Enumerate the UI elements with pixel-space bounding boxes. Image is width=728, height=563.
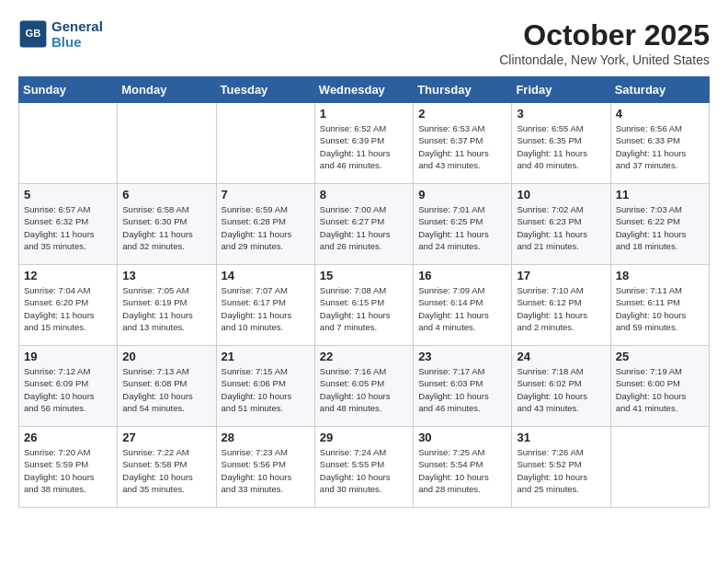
day-number: 11 <box>616 188 704 201</box>
day-info: Sunrise: 7:22 AM Sunset: 5:58 PM Dayligh… <box>122 446 210 495</box>
day-number: 25 <box>616 350 704 363</box>
day-cell: 30Sunrise: 7:25 AM Sunset: 5:54 PM Dayli… <box>414 427 512 508</box>
day-info: Sunrise: 6:53 AM Sunset: 6:37 PM Dayligh… <box>418 122 506 171</box>
day-number: 23 <box>418 350 506 363</box>
day-number: 17 <box>517 269 605 282</box>
day-number: 6 <box>122 188 210 201</box>
day-info: Sunrise: 7:24 AM Sunset: 5:55 PM Dayligh… <box>320 446 408 495</box>
day-info: Sunrise: 7:12 AM Sunset: 6:09 PM Dayligh… <box>24 365 112 414</box>
day-info: Sunrise: 7:04 AM Sunset: 6:20 PM Dayligh… <box>24 284 112 333</box>
day-info: Sunrise: 6:56 AM Sunset: 6:33 PM Dayligh… <box>616 122 704 171</box>
day-info: Sunrise: 6:58 AM Sunset: 6:30 PM Dayligh… <box>122 203 210 252</box>
day-cell <box>118 103 216 184</box>
calendar: SundayMondayTuesdayWednesdayThursdayFrid… <box>18 76 710 508</box>
day-info: Sunrise: 6:59 AM Sunset: 6:28 PM Dayligh… <box>222 203 310 252</box>
day-number: 19 <box>24 350 112 363</box>
day-cell: 20Sunrise: 7:13 AM Sunset: 6:08 PM Dayli… <box>118 346 216 427</box>
week-row-3: 12Sunrise: 7:04 AM Sunset: 6:20 PM Dayli… <box>19 265 710 346</box>
day-info: Sunrise: 7:09 AM Sunset: 6:14 PM Dayligh… <box>418 284 506 333</box>
day-info: Sunrise: 7:01 AM Sunset: 6:25 PM Dayligh… <box>418 203 506 252</box>
day-info: Sunrise: 7:05 AM Sunset: 6:19 PM Dayligh… <box>122 284 210 333</box>
day-number: 9 <box>418 188 506 201</box>
weekday-header-tuesday: Tuesday <box>216 77 314 103</box>
day-cell: 15Sunrise: 7:08 AM Sunset: 6:15 PM Dayli… <box>314 265 413 346</box>
logo-line2: Blue <box>51 34 103 50</box>
logo-line1: General <box>51 18 103 34</box>
day-number: 8 <box>320 188 408 201</box>
week-row-4: 19Sunrise: 7:12 AM Sunset: 6:09 PM Dayli… <box>19 346 710 427</box>
day-number: 13 <box>122 269 210 282</box>
day-info: Sunrise: 7:19 AM Sunset: 6:00 PM Dayligh… <box>616 365 704 414</box>
day-cell: 26Sunrise: 7:20 AM Sunset: 5:59 PM Dayli… <box>19 427 118 508</box>
day-cell <box>216 103 314 184</box>
day-cell: 27Sunrise: 7:22 AM Sunset: 5:58 PM Dayli… <box>118 427 216 508</box>
weekday-header-row: SundayMondayTuesdayWednesdayThursdayFrid… <box>19 77 710 103</box>
page-header: GB General Blue October 2025 Clintondale… <box>18 18 710 67</box>
day-cell: 31Sunrise: 7:26 AM Sunset: 5:52 PM Dayli… <box>512 427 610 508</box>
day-info: Sunrise: 6:55 AM Sunset: 6:35 PM Dayligh… <box>517 122 605 171</box>
day-number: 29 <box>320 431 408 444</box>
day-number: 21 <box>222 350 310 363</box>
day-info: Sunrise: 7:17 AM Sunset: 6:03 PM Dayligh… <box>418 365 506 414</box>
weekday-header-sunday: Sunday <box>19 77 118 103</box>
day-number: 28 <box>222 431 310 444</box>
day-number: 14 <box>222 269 310 282</box>
day-cell: 16Sunrise: 7:09 AM Sunset: 6:14 PM Dayli… <box>414 265 512 346</box>
day-info: Sunrise: 7:20 AM Sunset: 5:59 PM Dayligh… <box>24 446 112 495</box>
logo: GB General Blue <box>18 18 103 50</box>
day-number: 4 <box>616 107 704 121</box>
day-info: Sunrise: 7:02 AM Sunset: 6:23 PM Dayligh… <box>517 203 605 252</box>
logo-icon: GB <box>18 19 48 49</box>
day-cell: 2Sunrise: 6:53 AM Sunset: 6:37 PM Daylig… <box>414 103 512 184</box>
day-info: Sunrise: 6:57 AM Sunset: 6:32 PM Dayligh… <box>24 203 112 252</box>
day-cell: 5Sunrise: 6:57 AM Sunset: 6:32 PM Daylig… <box>19 184 118 265</box>
day-number: 24 <box>517 350 605 363</box>
day-cell <box>19 103 118 184</box>
svg-text:GB: GB <box>26 28 41 39</box>
day-number: 26 <box>24 431 112 444</box>
title-block: October 2025 Clintondale, New York, Unit… <box>499 18 710 67</box>
day-info: Sunrise: 7:26 AM Sunset: 5:52 PM Dayligh… <box>517 446 605 495</box>
day-cell: 29Sunrise: 7:24 AM Sunset: 5:55 PM Dayli… <box>314 427 413 508</box>
day-cell: 21Sunrise: 7:15 AM Sunset: 6:06 PM Dayli… <box>216 346 314 427</box>
day-cell: 12Sunrise: 7:04 AM Sunset: 6:20 PM Dayli… <box>19 265 118 346</box>
day-number: 12 <box>24 269 112 282</box>
day-info: Sunrise: 7:11 AM Sunset: 6:11 PM Dayligh… <box>616 284 704 333</box>
day-number: 3 <box>517 107 605 121</box>
day-info: Sunrise: 7:07 AM Sunset: 6:17 PM Dayligh… <box>222 284 310 333</box>
day-info: Sunrise: 7:16 AM Sunset: 6:05 PM Dayligh… <box>320 365 408 414</box>
day-cell: 23Sunrise: 7:17 AM Sunset: 6:03 PM Dayli… <box>414 346 512 427</box>
day-cell: 19Sunrise: 7:12 AM Sunset: 6:09 PM Dayli… <box>19 346 118 427</box>
day-cell: 7Sunrise: 6:59 AM Sunset: 6:28 PM Daylig… <box>216 184 314 265</box>
day-number: 2 <box>418 107 506 121</box>
day-cell: 11Sunrise: 7:03 AM Sunset: 6:22 PM Dayli… <box>610 184 709 265</box>
day-number: 7 <box>222 188 310 201</box>
day-info: Sunrise: 7:15 AM Sunset: 6:06 PM Dayligh… <box>222 365 310 414</box>
week-row-5: 26Sunrise: 7:20 AM Sunset: 5:59 PM Dayli… <box>19 427 710 508</box>
day-cell: 14Sunrise: 7:07 AM Sunset: 6:17 PM Dayli… <box>216 265 314 346</box>
day-info: Sunrise: 7:00 AM Sunset: 6:27 PM Dayligh… <box>320 203 408 252</box>
weekday-header-saturday: Saturday <box>610 77 709 103</box>
day-cell: 17Sunrise: 7:10 AM Sunset: 6:12 PM Dayli… <box>512 265 610 346</box>
day-cell: 28Sunrise: 7:23 AM Sunset: 5:56 PM Dayli… <box>216 427 314 508</box>
weekday-header-thursday: Thursday <box>414 77 512 103</box>
day-cell: 3Sunrise: 6:55 AM Sunset: 6:35 PM Daylig… <box>512 103 610 184</box>
week-row-2: 5Sunrise: 6:57 AM Sunset: 6:32 PM Daylig… <box>19 184 710 265</box>
day-info: Sunrise: 7:13 AM Sunset: 6:08 PM Dayligh… <box>122 365 210 414</box>
day-number: 10 <box>517 188 605 201</box>
day-info: Sunrise: 7:03 AM Sunset: 6:22 PM Dayligh… <box>616 203 704 252</box>
day-number: 22 <box>320 350 408 363</box>
day-number: 31 <box>517 431 605 444</box>
day-cell: 4Sunrise: 6:56 AM Sunset: 6:33 PM Daylig… <box>610 103 709 184</box>
week-row-1: 1Sunrise: 6:52 AM Sunset: 6:39 PM Daylig… <box>19 103 710 184</box>
day-number: 20 <box>122 350 210 363</box>
day-cell: 25Sunrise: 7:19 AM Sunset: 6:00 PM Dayli… <box>610 346 709 427</box>
day-cell: 9Sunrise: 7:01 AM Sunset: 6:25 PM Daylig… <box>414 184 512 265</box>
day-cell <box>610 427 709 508</box>
day-number: 1 <box>320 107 408 121</box>
day-info: Sunrise: 7:23 AM Sunset: 5:56 PM Dayligh… <box>222 446 310 495</box>
day-info: Sunrise: 7:08 AM Sunset: 6:15 PM Dayligh… <box>320 284 408 333</box>
day-number: 5 <box>24 188 112 201</box>
weekday-header-wednesday: Wednesday <box>314 77 413 103</box>
day-info: Sunrise: 7:10 AM Sunset: 6:12 PM Dayligh… <box>517 284 605 333</box>
